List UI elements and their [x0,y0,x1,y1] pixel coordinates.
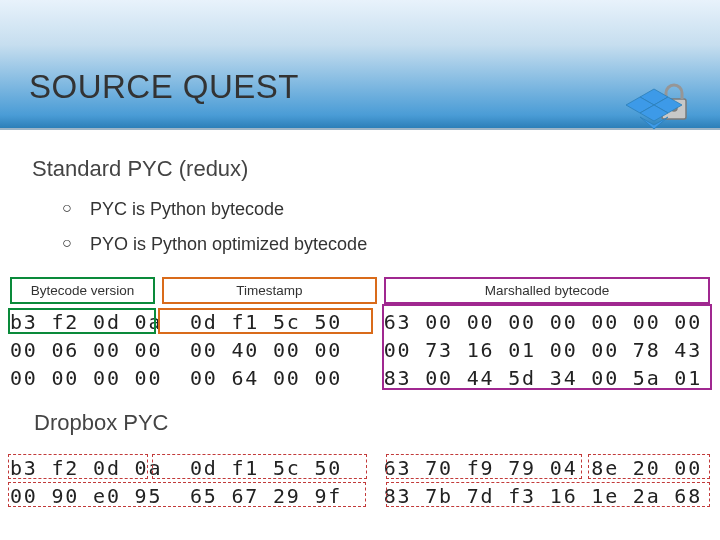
label-bytecode-version: Bytecode version [10,277,155,304]
subtitle-dropbox: Dropbox PYC [34,410,169,436]
overlay-marshalled [382,304,712,390]
overlay-version [8,308,156,334]
overlay-timestamp [158,308,373,334]
label-timestamp: Timestamp [162,277,377,304]
label-marshalled: Marshalled bytecode [384,277,710,304]
overlay-dropbox-seg [386,454,582,479]
bullet-item: PYO is Python optimized bytecode [62,227,367,262]
page-title: SOURCE QUEST [29,68,299,106]
bullet-list: PYC is Python bytecode PYO is Python opt… [62,192,367,262]
subtitle-standard: Standard PYC (redux) [32,156,248,182]
dropbox-lock-icon [626,75,696,131]
overlay-dropbox-seg [152,454,367,479]
bullet-item: PYC is Python bytecode [62,192,367,227]
overlay-dropbox-seg [8,482,366,507]
overlay-dropbox-seg [386,482,710,507]
overlay-dropbox-seg [588,454,710,479]
labels-row: Bytecode version Timestamp Marshalled by… [10,277,710,304]
overlay-dropbox-seg [8,454,148,479]
